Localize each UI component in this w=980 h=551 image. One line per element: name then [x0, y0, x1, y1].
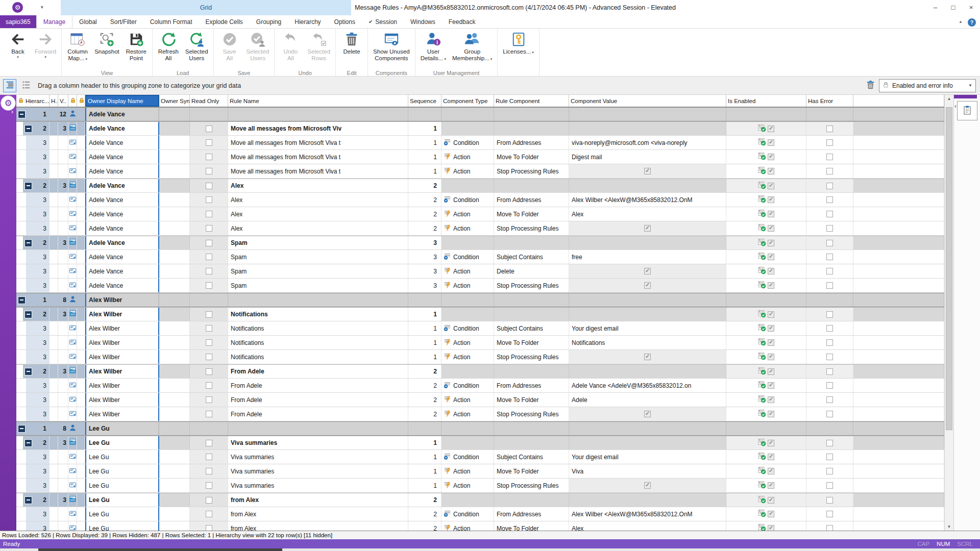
grid-row[interactable]: 3Adele VanceAlex2ActionMove To FolderAle… [16, 207, 944, 221]
collapse-toggle[interactable] [18, 425, 26, 433]
expand-left-panel-icon[interactable]: › [11, 108, 13, 115]
read-only-checkbox[interactable] [206, 468, 212, 474]
cell-owner[interactable]: Lee Gu [85, 479, 159, 492]
has-error-checkbox[interactable] [826, 468, 833, 474]
read-only-checkbox[interactable] [206, 268, 212, 274]
tab-sapio365[interactable]: sapio365 [0, 15, 36, 28]
read-only-checkbox[interactable] [206, 225, 212, 232]
grid-row[interactable]: 3Alex WilberNotifications1ActionStop Pro… [16, 350, 944, 364]
read-only-checkbox[interactable] [206, 354, 212, 360]
left-side-panel-collapsed[interactable] [0, 95, 16, 531]
cell-owner[interactable]: Lee Gu [85, 436, 159, 449]
collapse-toggle[interactable] [24, 182, 32, 190]
app-logo-icon[interactable]: ⚙ [12, 2, 23, 13]
cell-owner[interactable]: Alex Wilber [85, 308, 159, 321]
gear-icon[interactable]: ⚙ [1, 95, 16, 111]
tab-feedback[interactable]: Feedback [442, 15, 482, 28]
read-only-checkbox[interactable] [206, 154, 212, 160]
has-error-checkbox[interactable] [826, 325, 833, 332]
cell-owner[interactable]: Adele Vance [85, 279, 159, 292]
read-only-checkbox[interactable] [206, 411, 212, 417]
read-only-checkbox[interactable] [206, 196, 212, 203]
is-enabled-checkbox[interactable] [768, 511, 774, 517]
cell-owner[interactable]: Adele Vance [85, 122, 159, 135]
read-only-checkbox[interactable] [206, 454, 212, 460]
refresh-all-button[interactable]: RefreshAll [155, 30, 182, 62]
scroll-down-icon[interactable]: ▼ [945, 524, 953, 529]
column-header-err[interactable]: Has Error [806, 95, 853, 107]
has-error-checkbox[interactable] [826, 268, 833, 274]
clipboard-icon[interactable] [957, 101, 977, 120]
read-only-checkbox[interactable] [206, 511, 212, 517]
vertical-scrollbar[interactable]: ▲ ▼ [944, 95, 953, 531]
is-enabled-checkbox[interactable] [768, 154, 774, 160]
has-error-checkbox[interactable] [826, 511, 833, 517]
has-error-checkbox[interactable] [826, 154, 833, 160]
cell-owner[interactable]: Lee Gu [85, 493, 159, 507]
is-enabled-checkbox[interactable] [768, 240, 774, 246]
user-details-button[interactable]: iUserDetails...▾ [418, 30, 449, 62]
read-only-checkbox[interactable] [206, 311, 212, 318]
back-button[interactable]: Back▾ [4, 30, 32, 59]
column-header-owner[interactable]: Owner Display Name [85, 95, 159, 107]
collapse-toggle[interactable] [24, 311, 32, 318]
cell-owner[interactable]: Adele Vance [85, 108, 159, 121]
has-error-checkbox[interactable] [826, 411, 833, 417]
is-enabled-checkbox[interactable] [768, 282, 774, 289]
has-error-checkbox[interactable] [826, 382, 833, 389]
show-unused-components-button[interactable]: Show UnusedComponents [370, 30, 413, 62]
is-enabled-checkbox[interactable] [768, 139, 774, 146]
column-header-seq[interactable]: Sequence [408, 95, 442, 107]
column-header-icn[interactable] [68, 95, 77, 107]
clear-filter-trash-icon[interactable] [866, 80, 875, 91]
read-only-checkbox[interactable] [206, 325, 212, 332]
collapse-toggle[interactable] [24, 439, 32, 447]
cell-owner[interactable]: Adele Vance [85, 136, 159, 149]
read-only-checkbox[interactable] [206, 211, 212, 217]
grid-row[interactable]: 23Lee Gufrom Alex2 [16, 493, 944, 507]
cell-owner[interactable]: Lee Gu [85, 422, 159, 435]
is-enabled-checkbox[interactable] [768, 254, 774, 260]
component-value-checkbox[interactable] [644, 411, 651, 417]
is-enabled-checkbox[interactable] [768, 196, 774, 203]
is-enabled-checkbox[interactable] [768, 183, 774, 189]
grid-row[interactable]: 3Alex WilberFrom Adele2ConditionFrom Add… [16, 379, 944, 393]
is-enabled-checkbox[interactable] [768, 339, 774, 346]
help-icon[interactable]: ? [968, 18, 976, 27]
grid-row[interactable]: 3Lee GuViva summaries1ActionStop Process… [16, 479, 944, 493]
has-error-checkbox[interactable] [826, 254, 833, 260]
column-header-en[interactable]: Is Enabled [726, 95, 806, 107]
tab-grouping[interactable]: Grouping [250, 15, 288, 28]
read-only-checkbox[interactable] [206, 368, 212, 375]
component-value-checkbox[interactable] [644, 168, 651, 174]
quick-access-dropdown-icon[interactable]: ▾ [41, 5, 43, 10]
horizontal-scrollbar[interactable] [0, 548, 980, 551]
tab-manage[interactable]: Manage [36, 15, 72, 28]
undo-all-button[interactable]: UndoAll [277, 30, 304, 62]
grid-row[interactable]: 3Alex WilberFrom Adele2ActionStop Proces… [16, 407, 944, 421]
group-membership-button[interactable]: GroupMembership...▾ [449, 30, 495, 62]
column-header-comp[interactable]: Rule Component [494, 95, 569, 107]
component-value-checkbox[interactable] [644, 225, 651, 232]
column-header-rule[interactable]: Rule Name [228, 95, 408, 107]
minimize-button[interactable]: – [926, 0, 944, 14]
is-enabled-checkbox[interactable] [768, 440, 774, 446]
has-error-checkbox[interactable] [826, 482, 833, 489]
has-error-checkbox[interactable] [826, 311, 833, 318]
is-enabled-checkbox[interactable] [768, 211, 774, 217]
grid-row[interactable]: 18Lee Gu [16, 421, 944, 436]
grid-row[interactable]: 23Lee GuViva summaries1 [16, 436, 944, 450]
collapse-toggle[interactable] [24, 125, 32, 133]
is-enabled-checkbox[interactable] [768, 396, 774, 403]
cell-owner[interactable]: Lee Gu [85, 464, 159, 478]
is-enabled-checkbox[interactable] [768, 268, 774, 274]
cell-owner[interactable]: Alex Wilber [85, 393, 159, 407]
cell-owner[interactable]: Adele Vance [85, 264, 159, 278]
cell-owner[interactable]: Adele Vance [85, 150, 159, 164]
cell-owner[interactable]: Lee Gu [85, 521, 159, 531]
cell-owner[interactable]: Alex Wilber [85, 407, 159, 421]
grid-row[interactable]: 3Adele VanceMove all messages from Micro… [16, 136, 944, 150]
has-error-checkbox[interactable] [826, 225, 833, 232]
view-filter-dropdown[interactable]: Enabled and error info ▼ [879, 79, 976, 92]
forward-button[interactable]: Forward▾ [32, 30, 59, 59]
